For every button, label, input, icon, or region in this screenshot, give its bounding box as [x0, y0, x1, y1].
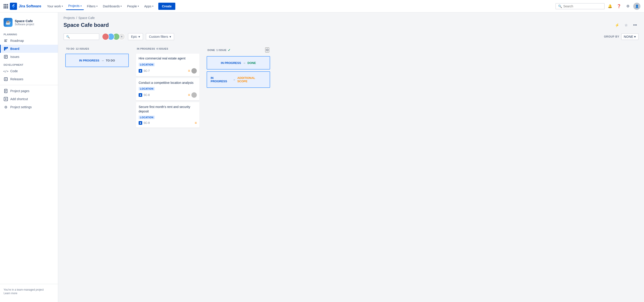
column-inprogress: IN PROGRESS 4 ISSUES Hire commercial rea… [134, 45, 201, 130]
column-done-count: 1 ISSUE [216, 49, 226, 52]
help-button[interactable]: ❓ [616, 3, 622, 10]
transition-card-todo[interactable]: IN PROGRESS → TO DO [65, 54, 129, 67]
column-todo-body: IN PROGRESS → TO DO [64, 52, 130, 69]
column-todo-header: TO DO 12 ISSUES [64, 45, 130, 52]
sidebar-item-issues[interactable]: Issues [0, 53, 58, 61]
custom-filters-button[interactable]: Custom filters ▾ [146, 33, 174, 40]
transition-card-scope[interactable]: IN PROGRESS → ADDITIONAL SCOPE [206, 71, 270, 88]
board-search-box[interactable]: 🔍 [64, 33, 99, 40]
card-sc8-avatar [192, 92, 197, 98]
card-sc8-id: SC-8 [144, 94, 150, 96]
sidebar-item-project-pages[interactable]: Project pages [0, 87, 58, 95]
transition-to-done: DONE [248, 61, 256, 64]
column-inprogress-header: IN PROGRESS 4 ISSUES [134, 45, 201, 52]
group-by-select[interactable]: None ▾ [621, 33, 639, 40]
project-settings-icon: ⚙ [4, 105, 8, 109]
search-input[interactable] [563, 4, 602, 8]
column-done-header: DONE 1 ISSUE ✓ ⚙ [205, 45, 272, 54]
card-sc9[interactable]: Secure first month's rent and security d… [136, 102, 200, 128]
column-todo-title: TO DO [66, 48, 74, 50]
nav-your-work[interactable]: Your work ▾ [45, 3, 65, 10]
card-sc9-footer: SC-9 ≡ [139, 121, 197, 125]
epic-chevron-icon: ▾ [138, 35, 140, 38]
board-toolbar: 🔍 + Epic ▾ Custom filters ▾ GROUP BY [64, 33, 639, 40]
transition-arrow-icon: → [101, 59, 104, 62]
board-icon [4, 46, 8, 51]
settings-button[interactable]: ⚙ [624, 3, 632, 10]
card-sc7[interactable]: Hire commercial real estate agent LOCATI… [136, 54, 200, 76]
logo[interactable]: Jira Software [10, 3, 41, 10]
epic-filter-button[interactable]: Epic ▾ [128, 33, 143, 40]
custom-filters-label: Custom filters [149, 35, 168, 38]
card-sc9-priority-icon: ≡ [195, 121, 197, 125]
sidebar-bottom: You're in a team-managed project Learn m… [0, 284, 58, 298]
card-sc8-priority-icon: ≡ [188, 93, 190, 97]
card-sc7-id: SC-7 [144, 69, 150, 72]
nav-people[interactable]: People ▾ [125, 3, 141, 10]
svg-rect-1 [4, 40, 8, 40]
project-pages-icon [4, 89, 8, 93]
roadmap-icon [4, 38, 8, 43]
svg-rect-2 [4, 40, 6, 41]
board-label: Board [10, 47, 19, 50]
transition-from-scope: IN PROGRESS [211, 76, 231, 83]
nav-items: Your work ▾ Projects ▾ Filters ▾ Dashboa… [45, 2, 556, 10]
breadcrumb-projects[interactable]: Projects [64, 16, 75, 20]
releases-icon [4, 77, 8, 81]
sidebar-item-add-shortcut[interactable]: Add shortcut [0, 95, 58, 103]
sidebar-item-project-settings[interactable]: ⚙ Project settings [0, 103, 58, 111]
project-icon: ☕ [4, 18, 12, 27]
column-inprogress-count: 4 ISSUES [156, 48, 168, 50]
grid-menu-icon[interactable] [4, 4, 8, 8]
sidebar: ☕ Space Cafe Software project PLANNING R… [0, 12, 58, 302]
more-options-button[interactable]: ••• [632, 22, 639, 28]
card-sc7-type-icon [139, 69, 142, 73]
card-sc8-type-icon [139, 93, 142, 97]
lightning-button[interactable]: ⚡ [614, 22, 621, 28]
svg-rect-6 [7, 47, 8, 48]
card-sc7-footer: SC-7 ≡ [139, 68, 197, 74]
sidebar-item-board[interactable]: Board [0, 45, 58, 53]
card-sc8-footer: SC-8 ≡ [139, 92, 197, 98]
card-sc8[interactable]: Conduct a competitive location analysis … [136, 78, 200, 100]
transition-to: TO DO [106, 59, 115, 62]
planning-section-label: PLANNING [0, 30, 58, 37]
roadmap-label: Roadmap [10, 39, 24, 42]
transition-card-done[interactable]: IN PROGRESS → DONE [206, 56, 270, 70]
board-search-input[interactable] [71, 35, 96, 38]
user-avatar[interactable]: 👤 [633, 3, 640, 10]
project-name: Space Cafe [15, 19, 34, 23]
star-button[interactable]: ☆ [622, 22, 630, 28]
svg-rect-4 [4, 47, 5, 50]
column-inprogress-body: Hire commercial real estate agent LOCATI… [134, 52, 201, 130]
nav-apps[interactable]: Apps ▾ [142, 3, 156, 10]
nav-filters[interactable]: Filters ▾ [85, 3, 100, 10]
svg-rect-5 [5, 47, 6, 50]
releases-label: Releases [10, 77, 23, 81]
card-sc7-priority-icon: ≡ [188, 69, 190, 73]
group-by-chevron-icon: ▾ [634, 35, 636, 38]
sidebar-item-code[interactable]: </> Code [0, 67, 58, 75]
learn-more-link[interactable]: Learn more [4, 292, 54, 295]
sidebar-project: ☕ Space Cafe Software project [0, 16, 58, 30]
nav-dashboards[interactable]: Dashboards ▾ [100, 3, 124, 10]
column-settings-button[interactable]: ⚙ [265, 48, 269, 52]
board-search-icon: 🔍 [66, 35, 70, 38]
search-icon: 🔍 [558, 4, 562, 8]
add-shortcut-label: Add shortcut [10, 97, 28, 101]
chevron-icon: ▾ [152, 5, 154, 8]
search-box[interactable]: 🔍 [556, 3, 605, 10]
create-button[interactable]: Create [158, 3, 175, 10]
group-by-section: GROUP BY None ▾ [604, 33, 639, 40]
transition-from-done: IN PROGRESS [221, 61, 241, 64]
card-sc9-title: Secure first month's rent and security d… [139, 105, 197, 114]
avatar-1[interactable] [102, 33, 109, 40]
sidebar-item-releases[interactable]: Releases [0, 75, 58, 83]
notifications-button[interactable]: 🔔 [606, 3, 614, 10]
sidebar-item-roadmap[interactable]: Roadmap [0, 37, 58, 45]
card-sc9-type-icon [139, 121, 142, 125]
done-check-icon: ✓ [228, 48, 230, 52]
card-sc7-avatar [192, 68, 197, 74]
project-settings-label: Project settings [10, 105, 32, 109]
nav-projects[interactable]: Projects ▾ [66, 2, 84, 10]
